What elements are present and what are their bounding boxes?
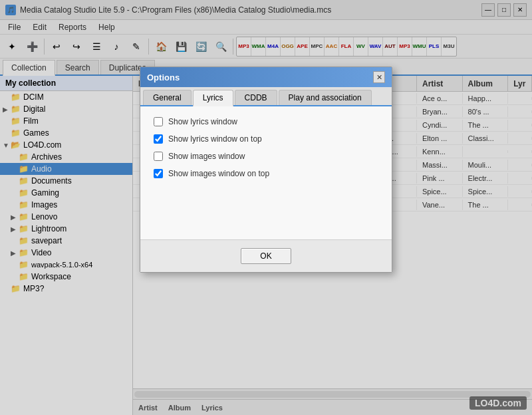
modal-tab-general[interactable]: General [143,90,192,105]
modal-tab-bar: General Lyrics CDDB Play and association [140,87,392,106]
show-images-on-top-label[interactable]: Show images window on top [168,169,269,178]
modal-close-button[interactable]: ✕ [373,71,385,83]
show-lyrics-window-label[interactable]: Show lyrics window [168,117,237,126]
show-lyrics-on-top-label[interactable]: Show lyrics window on top [168,134,262,144]
modal-overlay: Options ✕ General Lyrics CDDB Play and a… [0,0,532,415]
ok-button[interactable]: OK [241,248,291,264]
show-images-window-checkbox[interactable] [154,152,163,161]
checkbox-show-images-on-top: Show images window on top [154,169,378,178]
show-lyrics-on-top-checkbox[interactable] [154,134,163,144]
modal-tab-play[interactable]: Play and association [279,90,372,105]
checkbox-show-lyrics-on-top: Show lyrics window on top [154,134,378,144]
options-dialog: Options ✕ General Lyrics CDDB Play and a… [140,67,392,273]
show-lyrics-window-checkbox[interactable] [154,117,163,126]
modal-title-bar: Options ✕ [140,67,392,87]
modal-tab-cddb[interactable]: CDDB [235,90,277,105]
modal-title: Options [147,72,180,82]
show-images-window-label[interactable]: Show images window [168,152,245,161]
modal-footer: OK [140,239,392,272]
checkbox-show-lyrics-window: Show lyrics window [154,117,378,126]
show-images-on-top-checkbox[interactable] [154,169,163,178]
checkbox-show-images-window: Show images window [154,152,378,161]
modal-content: Show lyrics window Show lyrics window on… [140,106,392,239]
modal-tab-lyrics[interactable]: Lyrics [193,90,233,106]
